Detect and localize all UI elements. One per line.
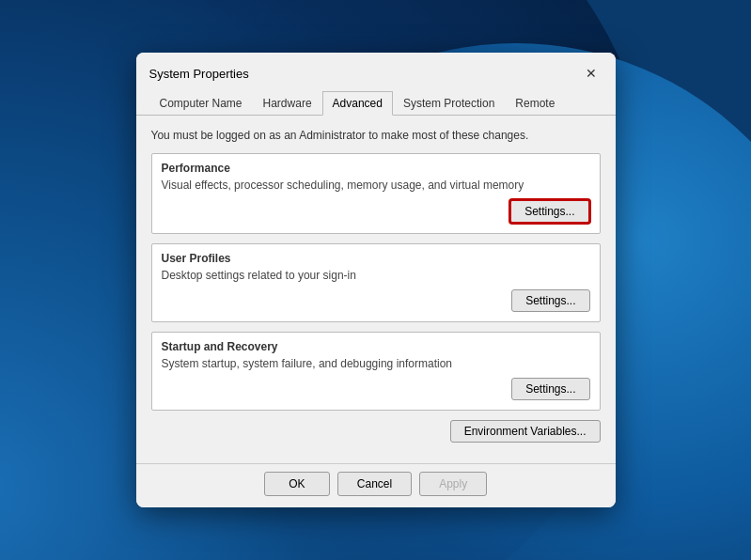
performance-section: Performance Visual effects, processor sc…	[151, 153, 601, 234]
close-button[interactable]: ✕	[580, 62, 602, 85]
user-profiles-settings-button[interactable]: Settings...	[511, 289, 589, 312]
cancel-button[interactable]: Cancel	[337, 472, 412, 496]
performance-settings-button[interactable]: Settings...	[509, 199, 589, 224]
apply-button[interactable]: Apply	[419, 472, 487, 496]
env-variables-row: Environment Variables...	[151, 420, 601, 443]
startup-recovery-section: Startup and Recovery System startup, sys…	[151, 332, 601, 411]
performance-btn-row: Settings...	[162, 199, 590, 224]
tab-remote[interactable]: Remote	[505, 91, 565, 116]
user-profiles-label: User Profiles	[162, 252, 590, 265]
startup-recovery-description: System startup, system failure, and debu…	[162, 357, 590, 370]
user-profiles-btn-row: Settings...	[162, 289, 590, 312]
tab-content: You must be logged on as an Administrato…	[136, 116, 616, 463]
startup-recovery-settings-button[interactable]: Settings...	[511, 378, 589, 400]
startup-recovery-btn-row: Settings...	[162, 378, 590, 400]
title-bar: System Properties ✕	[136, 53, 616, 85]
ok-button[interactable]: OK	[264, 472, 330, 496]
dialog-title: System Properties	[149, 67, 249, 81]
tab-strip: Computer Name Hardware Advanced System P…	[136, 85, 616, 116]
admin-note: You must be logged on as an Administrato…	[151, 129, 601, 142]
environment-variables-button[interactable]: Environment Variables...	[450, 420, 601, 443]
startup-recovery-label: Startup and Recovery	[162, 340, 590, 353]
performance-label: Performance	[162, 162, 590, 175]
tab-hardware[interactable]: Hardware	[253, 91, 322, 116]
dialog-footer: OK Cancel Apply	[136, 463, 616, 507]
performance-description: Visual effects, processor scheduling, me…	[162, 179, 590, 192]
system-properties-dialog: System Properties ✕ Computer Name Hardwa…	[136, 53, 616, 507]
tab-system-protection[interactable]: System Protection	[393, 91, 505, 116]
tab-advanced[interactable]: Advanced	[322, 91, 393, 116]
tab-computer-name[interactable]: Computer Name	[149, 91, 253, 116]
user-profiles-section: User Profiles Desktop settings related t…	[151, 243, 601, 322]
user-profiles-description: Desktop settings related to your sign-in	[162, 269, 590, 282]
